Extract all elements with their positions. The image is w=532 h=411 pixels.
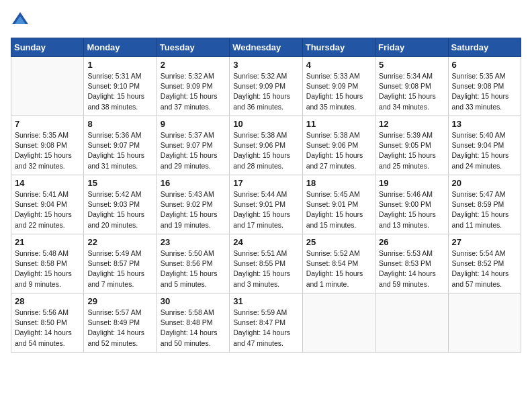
day-info: Sunrise: 5:35 AM Sunset: 9:08 PM Dayligh… xyxy=(452,71,517,112)
calendar-cell: 10Sunrise: 5:38 AM Sunset: 9:06 PM Dayli… xyxy=(230,116,302,175)
calendar-cell: 21Sunrise: 5:48 AM Sunset: 8:58 PM Dayli… xyxy=(11,234,84,293)
day-number: 19 xyxy=(379,178,444,188)
day-number: 16 xyxy=(161,178,226,188)
day-number: 23 xyxy=(161,237,226,247)
day-info: Sunrise: 5:31 AM Sunset: 9:10 PM Dayligh… xyxy=(87,71,152,112)
day-number: 22 xyxy=(87,237,152,247)
calendar-cell: 11Sunrise: 5:38 AM Sunset: 9:06 PM Dayli… xyxy=(302,116,375,175)
calendar-cell: 3Sunrise: 5:32 AM Sunset: 9:09 PM Daylig… xyxy=(230,57,302,116)
calendar-cell: 1Sunrise: 5:31 AM Sunset: 9:10 PM Daylig… xyxy=(84,57,157,116)
day-info: Sunrise: 5:53 AM Sunset: 8:53 PM Dayligh… xyxy=(379,248,444,289)
day-info: Sunrise: 5:51 AM Sunset: 8:55 PM Dayligh… xyxy=(233,248,298,289)
day-number: 20 xyxy=(452,178,517,188)
calendar-week-row: 28Sunrise: 5:56 AM Sunset: 8:50 PM Dayli… xyxy=(11,293,521,353)
calendar-cell: 22Sunrise: 5:49 AM Sunset: 8:57 PM Dayli… xyxy=(84,234,157,293)
day-number: 5 xyxy=(379,60,444,70)
day-info: Sunrise: 5:45 AM Sunset: 9:01 PM Dayligh… xyxy=(306,189,371,230)
calendar-cell: 9Sunrise: 5:37 AM Sunset: 9:07 PM Daylig… xyxy=(157,116,229,175)
day-number: 8 xyxy=(87,119,152,129)
calendar-cell: 31Sunrise: 5:59 AM Sunset: 8:47 PM Dayli… xyxy=(230,293,302,353)
calendar-cell: 26Sunrise: 5:53 AM Sunset: 8:53 PM Dayli… xyxy=(375,234,448,293)
calendar-week-row: 1Sunrise: 5:31 AM Sunset: 9:10 PM Daylig… xyxy=(11,57,521,116)
day-info: Sunrise: 5:42 AM Sunset: 9:03 PM Dayligh… xyxy=(87,189,152,230)
day-info: Sunrise: 5:49 AM Sunset: 8:57 PM Dayligh… xyxy=(87,248,152,289)
day-info: Sunrise: 5:38 AM Sunset: 9:06 PM Dayligh… xyxy=(233,130,298,171)
day-number: 3 xyxy=(233,60,298,70)
day-info: Sunrise: 5:48 AM Sunset: 8:58 PM Dayligh… xyxy=(15,248,80,289)
weekday-header-tuesday: Tuesday xyxy=(157,38,229,57)
calendar-cell: 14Sunrise: 5:41 AM Sunset: 9:04 PM Dayli… xyxy=(11,175,84,234)
day-info: Sunrise: 5:52 AM Sunset: 8:54 PM Dayligh… xyxy=(306,248,371,289)
calendar-table: SundayMondayTuesdayWednesdayThursdayFrid… xyxy=(11,38,521,353)
day-info: Sunrise: 5:43 AM Sunset: 9:02 PM Dayligh… xyxy=(161,189,226,230)
calendar-cell: 8Sunrise: 5:36 AM Sunset: 9:07 PM Daylig… xyxy=(84,116,157,175)
day-number: 18 xyxy=(306,178,371,188)
day-info: Sunrise: 5:34 AM Sunset: 9:08 PM Dayligh… xyxy=(379,71,444,112)
day-number: 15 xyxy=(87,178,152,188)
logo-icon xyxy=(11,11,30,30)
calendar-week-row: 21Sunrise: 5:48 AM Sunset: 8:58 PM Dayli… xyxy=(11,234,521,293)
day-info: Sunrise: 5:46 AM Sunset: 9:00 PM Dayligh… xyxy=(379,189,444,230)
weekday-header-row: SundayMondayTuesdayWednesdayThursdayFrid… xyxy=(11,38,521,57)
day-info: Sunrise: 5:35 AM Sunset: 9:08 PM Dayligh… xyxy=(15,130,80,171)
weekday-header-monday: Monday xyxy=(84,38,157,57)
day-info: Sunrise: 5:38 AM Sunset: 9:06 PM Dayligh… xyxy=(306,130,371,171)
day-number: 9 xyxy=(161,119,226,129)
calendar-cell: 28Sunrise: 5:56 AM Sunset: 8:50 PM Dayli… xyxy=(11,293,84,353)
calendar-cell xyxy=(448,293,521,353)
calendar-cell: 20Sunrise: 5:47 AM Sunset: 8:59 PM Dayli… xyxy=(448,175,521,234)
day-number: 17 xyxy=(233,178,298,188)
page-header xyxy=(11,11,521,30)
weekday-header-friday: Friday xyxy=(375,38,448,57)
calendar-cell xyxy=(302,293,375,353)
day-info: Sunrise: 5:57 AM Sunset: 8:49 PM Dayligh… xyxy=(87,308,152,349)
weekday-header-saturday: Saturday xyxy=(448,38,521,57)
day-number: 12 xyxy=(379,119,444,129)
day-number: 31 xyxy=(233,296,298,306)
calendar-week-row: 7Sunrise: 5:35 AM Sunset: 9:08 PM Daylig… xyxy=(11,116,521,175)
day-number: 28 xyxy=(15,296,80,306)
day-number: 29 xyxy=(87,296,152,306)
calendar-cell: 29Sunrise: 5:57 AM Sunset: 8:49 PM Dayli… xyxy=(84,293,157,353)
day-number: 4 xyxy=(306,60,371,70)
day-info: Sunrise: 5:33 AM Sunset: 9:09 PM Dayligh… xyxy=(306,71,371,112)
day-info: Sunrise: 5:32 AM Sunset: 9:09 PM Dayligh… xyxy=(233,71,298,112)
calendar-cell: 13Sunrise: 5:40 AM Sunset: 9:04 PM Dayli… xyxy=(448,116,521,175)
day-number: 25 xyxy=(306,237,371,247)
calendar-cell: 16Sunrise: 5:43 AM Sunset: 9:02 PM Dayli… xyxy=(157,175,229,234)
day-info: Sunrise: 5:37 AM Sunset: 9:07 PM Dayligh… xyxy=(161,130,226,171)
day-info: Sunrise: 5:39 AM Sunset: 9:05 PM Dayligh… xyxy=(379,130,444,171)
day-number: 26 xyxy=(379,237,444,247)
day-info: Sunrise: 5:54 AM Sunset: 8:52 PM Dayligh… xyxy=(452,248,517,289)
calendar-cell xyxy=(375,293,448,353)
calendar-cell: 18Sunrise: 5:45 AM Sunset: 9:01 PM Dayli… xyxy=(302,175,375,234)
day-info: Sunrise: 5:40 AM Sunset: 9:04 PM Dayligh… xyxy=(452,130,517,171)
day-info: Sunrise: 5:59 AM Sunset: 8:47 PM Dayligh… xyxy=(233,308,298,349)
calendar-cell: 15Sunrise: 5:42 AM Sunset: 9:03 PM Dayli… xyxy=(84,175,157,234)
calendar-cell: 6Sunrise: 5:35 AM Sunset: 9:08 PM Daylig… xyxy=(448,57,521,116)
day-info: Sunrise: 5:50 AM Sunset: 8:56 PM Dayligh… xyxy=(161,248,226,289)
calendar-cell: 17Sunrise: 5:44 AM Sunset: 9:01 PM Dayli… xyxy=(230,175,302,234)
day-number: 10 xyxy=(233,119,298,129)
day-info: Sunrise: 5:44 AM Sunset: 9:01 PM Dayligh… xyxy=(233,189,298,230)
calendar-week-row: 14Sunrise: 5:41 AM Sunset: 9:04 PM Dayli… xyxy=(11,175,521,234)
calendar-cell xyxy=(11,57,84,116)
day-info: Sunrise: 5:58 AM Sunset: 8:48 PM Dayligh… xyxy=(161,308,226,349)
day-number: 30 xyxy=(161,296,226,306)
day-number: 7 xyxy=(15,119,80,129)
day-number: 14 xyxy=(15,178,80,188)
weekday-header-thursday: Thursday xyxy=(302,38,375,57)
calendar-cell: 24Sunrise: 5:51 AM Sunset: 8:55 PM Dayli… xyxy=(230,234,302,293)
day-info: Sunrise: 5:32 AM Sunset: 9:09 PM Dayligh… xyxy=(161,71,226,112)
calendar-cell: 12Sunrise: 5:39 AM Sunset: 9:05 PM Dayli… xyxy=(375,116,448,175)
day-number: 21 xyxy=(15,237,80,247)
day-number: 11 xyxy=(306,119,371,129)
calendar-cell: 2Sunrise: 5:32 AM Sunset: 9:09 PM Daylig… xyxy=(157,57,229,116)
calendar-cell: 25Sunrise: 5:52 AM Sunset: 8:54 PM Dayli… xyxy=(302,234,375,293)
calendar-cell: 23Sunrise: 5:50 AM Sunset: 8:56 PM Dayli… xyxy=(157,234,229,293)
day-info: Sunrise: 5:56 AM Sunset: 8:50 PM Dayligh… xyxy=(15,308,80,349)
calendar-cell: 4Sunrise: 5:33 AM Sunset: 9:09 PM Daylig… xyxy=(302,57,375,116)
logo xyxy=(11,11,32,30)
calendar-cell: 19Sunrise: 5:46 AM Sunset: 9:00 PM Dayli… xyxy=(375,175,448,234)
day-info: Sunrise: 5:36 AM Sunset: 9:07 PM Dayligh… xyxy=(87,130,152,171)
